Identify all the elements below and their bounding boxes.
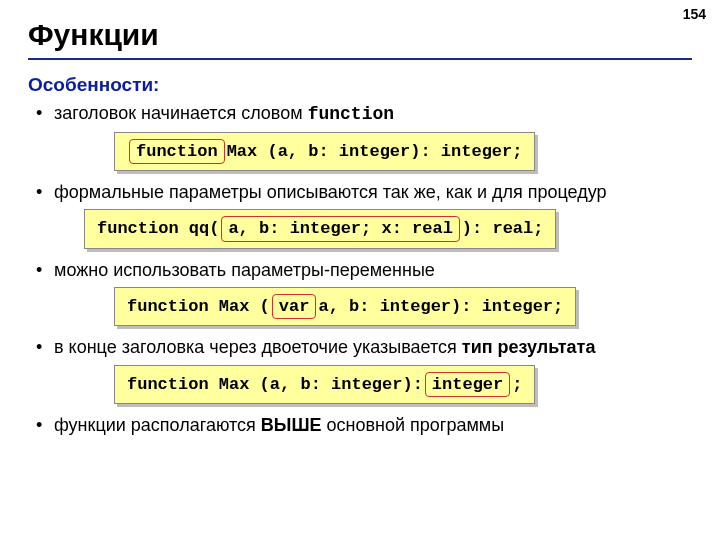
- subheading: Особенности:: [28, 74, 692, 96]
- inline-code: function: [308, 104, 394, 124]
- bullet-text: заголовок начинается словом: [54, 103, 308, 123]
- bullet-text: можно использовать параметры-переменные: [54, 260, 435, 280]
- code-text: function Max (: [127, 296, 270, 317]
- code-text: a, b: integer): integer;: [318, 296, 563, 317]
- title-rule: [28, 58, 692, 60]
- code-block: function Max ( var a, b: integer): integ…: [114, 287, 576, 326]
- bullet-item: можно использовать параметры-переменные …: [28, 259, 692, 327]
- code-text: ;: [512, 374, 522, 395]
- code-block: function Max (a, b: integer): integer;: [114, 132, 535, 171]
- bullet-text: формальные параметры описываются так же,…: [54, 182, 607, 202]
- highlight-box: integer: [425, 372, 510, 397]
- page-number: 154: [683, 6, 706, 22]
- code-block: function Max (a, b: integer): integer ;: [114, 365, 535, 404]
- bullet-item: в конце заголовка через двоеточие указыв…: [28, 336, 692, 404]
- bullet-item: функции располагаются ВЫШЕ основной прог…: [28, 414, 692, 437]
- bullet-text: в конце заголовка через двоеточие указыв…: [54, 337, 462, 357]
- bullet-item: формальные параметры описываются так же,…: [28, 181, 692, 249]
- code-text: function qq(: [97, 218, 219, 239]
- highlight-box: function: [129, 139, 225, 164]
- code-block: function qq( a, b: integer; x: real ): r…: [84, 209, 556, 248]
- highlight-box: var: [272, 294, 317, 319]
- bullet-text: функции располагаются: [54, 415, 261, 435]
- bold-text: ВЫШЕ: [261, 415, 322, 435]
- bullet-item: заголовок начинается словом function fun…: [28, 102, 692, 171]
- page-title: Функции: [28, 18, 692, 52]
- highlight-box: a, b: integer; x: real: [221, 216, 459, 241]
- code-text: function Max (a, b: integer):: [127, 374, 423, 395]
- code-text: Max (a, b: integer): integer;: [227, 141, 523, 162]
- code-text: ): real;: [462, 218, 544, 239]
- bullet-text: основной программы: [322, 415, 505, 435]
- bullet-list: заголовок начинается словом function fun…: [28, 102, 692, 437]
- bold-text: тип результата: [462, 337, 596, 357]
